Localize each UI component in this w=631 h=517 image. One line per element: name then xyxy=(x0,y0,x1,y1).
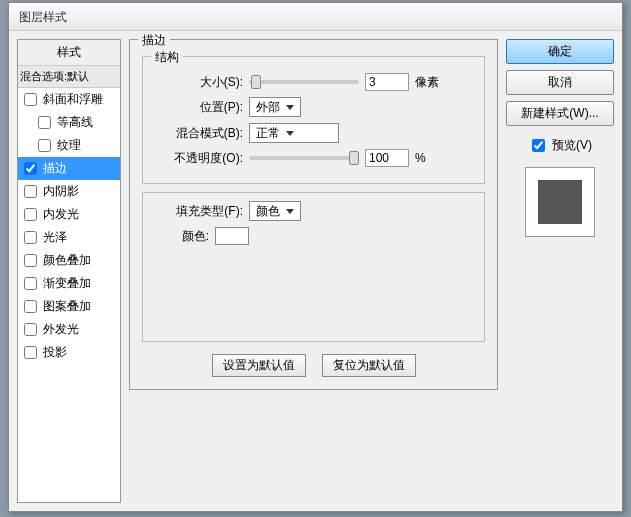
style-checkbox-3[interactable] xyxy=(24,162,37,175)
style-item-7[interactable]: 颜色叠加 xyxy=(18,249,120,272)
set-default-button[interactable]: 设置为默认值 xyxy=(212,354,306,377)
style-checkbox-11[interactable] xyxy=(24,346,37,359)
dialog-title: 图层样式 xyxy=(9,3,622,31)
fill-type-dropdown[interactable]: 颜色 xyxy=(249,201,301,221)
style-checkbox-7[interactable] xyxy=(24,254,37,267)
style-item-9[interactable]: 图案叠加 xyxy=(18,295,120,318)
style-item-0[interactable]: 斜面和浮雕 xyxy=(18,88,120,111)
style-checkbox-9[interactable] xyxy=(24,300,37,313)
blend-mode-dropdown[interactable]: 正常 xyxy=(249,123,339,143)
preview-label: 预览(V) xyxy=(552,137,592,154)
style-label-9: 图案叠加 xyxy=(43,298,91,315)
chevron-down-icon xyxy=(286,131,294,136)
color-label: 颜色: xyxy=(155,228,209,245)
preview-checkbox[interactable]: 预览(V) xyxy=(506,136,614,155)
right-panel: 确定 取消 新建样式(W)... 预览(V) xyxy=(506,39,614,503)
style-checkbox-8[interactable] xyxy=(24,277,37,290)
style-item-6[interactable]: 光泽 xyxy=(18,226,120,249)
style-label-7: 颜色叠加 xyxy=(43,252,91,269)
color-swatch[interactable] xyxy=(215,227,249,245)
size-input[interactable] xyxy=(365,73,409,91)
style-checkbox-6[interactable] xyxy=(24,231,37,244)
main-panel: 描边 结构 大小(S): 像素 位置(P): 外部 xyxy=(129,39,498,503)
style-item-3[interactable]: 描边 xyxy=(18,157,120,180)
size-slider[interactable] xyxy=(249,80,359,84)
style-item-1[interactable]: 等高线 xyxy=(18,111,120,134)
new-style-button[interactable]: 新建样式(W)... xyxy=(506,101,614,126)
size-unit: 像素 xyxy=(415,74,439,91)
preview-thumbnail xyxy=(538,180,582,224)
structure-fieldset: 结构 大小(S): 像素 位置(P): 外部 xyxy=(142,56,485,184)
layer-style-dialog: 图层样式 样式 混合选项:默认 斜面和浮雕等高线纹理描边内阴影内发光光泽颜色叠加… xyxy=(8,2,623,512)
style-item-4[interactable]: 内阴影 xyxy=(18,180,120,203)
style-label-4: 内阴影 xyxy=(43,183,79,200)
reset-default-button[interactable]: 复位为默认值 xyxy=(322,354,416,377)
stroke-title: 描边 xyxy=(138,32,170,49)
style-label-8: 渐变叠加 xyxy=(43,275,91,292)
style-item-2[interactable]: 纹理 xyxy=(18,134,120,157)
style-checkbox-5[interactable] xyxy=(24,208,37,221)
style-label-5: 内发光 xyxy=(43,206,79,223)
ok-button[interactable]: 确定 xyxy=(506,39,614,64)
preview-box xyxy=(525,167,595,237)
style-checkbox-1[interactable] xyxy=(38,116,51,129)
blend-options-item[interactable]: 混合选项:默认 xyxy=(18,66,120,88)
opacity-slider[interactable] xyxy=(249,156,359,160)
cancel-button[interactable]: 取消 xyxy=(506,70,614,95)
style-checkbox-10[interactable] xyxy=(24,323,37,336)
style-label-0: 斜面和浮雕 xyxy=(43,91,103,108)
blend-mode-label: 混合模式(B): xyxy=(155,125,243,142)
fill-type-label: 填充类型(F): xyxy=(155,203,243,220)
opacity-unit: % xyxy=(415,151,426,165)
structure-title: 结构 xyxy=(151,49,183,66)
style-checkbox-4[interactable] xyxy=(24,185,37,198)
position-dropdown[interactable]: 外部 xyxy=(249,97,301,117)
fill-fieldset: 填充类型(F): 颜色 颜色: xyxy=(142,192,485,342)
styles-header[interactable]: 样式 xyxy=(18,40,120,66)
style-checkbox-0[interactable] xyxy=(24,93,37,106)
style-item-10[interactable]: 外发光 xyxy=(18,318,120,341)
style-item-8[interactable]: 渐变叠加 xyxy=(18,272,120,295)
preview-checkbox-input[interactable] xyxy=(532,139,545,152)
style-label-11: 投影 xyxy=(43,344,67,361)
position-label: 位置(P): xyxy=(155,99,243,116)
style-item-11[interactable]: 投影 xyxy=(18,341,120,364)
style-label-10: 外发光 xyxy=(43,321,79,338)
style-label-3: 描边 xyxy=(43,160,67,177)
style-label-6: 光泽 xyxy=(43,229,67,246)
style-checkbox-2[interactable] xyxy=(38,139,51,152)
styles-list: 样式 混合选项:默认 斜面和浮雕等高线纹理描边内阴影内发光光泽颜色叠加渐变叠加图… xyxy=(17,39,121,503)
style-label-2: 纹理 xyxy=(57,137,81,154)
style-item-5[interactable]: 内发光 xyxy=(18,203,120,226)
chevron-down-icon xyxy=(286,209,294,214)
size-label: 大小(S): xyxy=(155,74,243,91)
style-label-1: 等高线 xyxy=(57,114,93,131)
opacity-input[interactable] xyxy=(365,149,409,167)
opacity-label: 不透明度(O): xyxy=(155,150,243,167)
stroke-fieldset: 描边 结构 大小(S): 像素 位置(P): 外部 xyxy=(129,39,498,390)
chevron-down-icon xyxy=(286,105,294,110)
